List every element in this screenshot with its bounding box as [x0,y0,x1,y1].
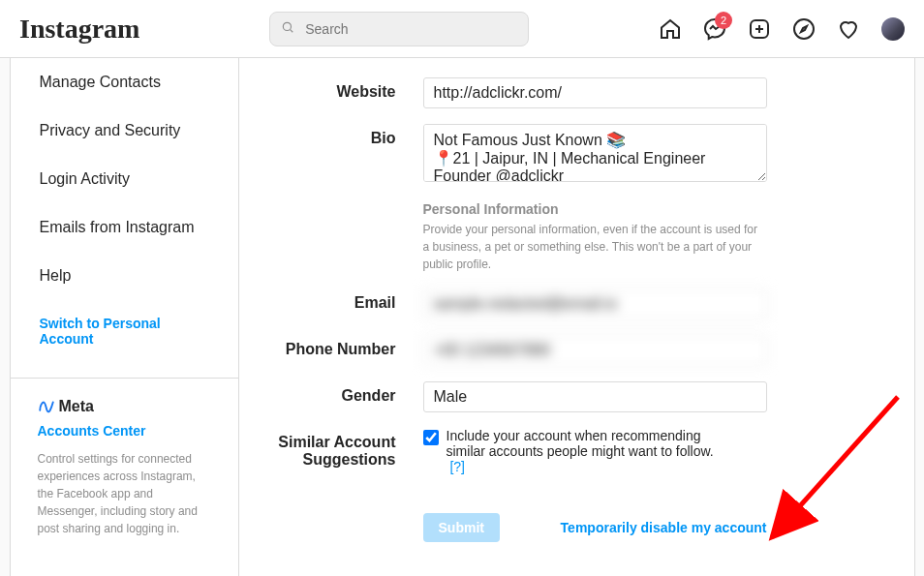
sidebar-item-login-activity[interactable]: Login Activity [11,155,238,203]
nav-icons: 2 [659,17,905,41]
phone-input[interactable] [423,335,767,366]
suggestions-checkbox-label: Include your account when recommending s… [447,428,727,474]
search-wrapper [269,12,529,46]
submit-button[interactable]: Submit [423,513,500,542]
home-icon[interactable] [659,17,682,41]
messenger-badge: 2 [715,12,732,29]
profile-avatar[interactable] [881,17,905,41]
top-navbar: Instagram 2 [0,0,924,58]
meta-brand-text: Meta [59,398,94,415]
sidebar-item-privacy-security[interactable]: Privacy and Security [11,106,238,155]
website-label: Website [278,77,423,108]
phone-label: Phone Number [278,335,423,366]
suggestions-label: Similar Account Suggestions [278,428,423,474]
bio-textarea[interactable] [423,124,767,182]
meta-accounts-box: Meta Accounts Center Control settings fo… [11,378,238,557]
email-input[interactable] [423,288,767,319]
messenger-icon[interactable]: 2 [703,17,726,41]
temporarily-disable-link[interactable]: Temporarily disable my account [561,520,767,535]
settings-sidebar: Manage Contacts Privacy and Security Log… [11,58,239,576]
settings-container: Manage Contacts Privacy and Security Log… [10,58,915,576]
website-input[interactable] [423,77,767,108]
instagram-logo[interactable]: Instagram [19,14,139,45]
search-icon [281,20,294,38]
edit-profile-form: Website Bio Personal Information Provide… [239,58,825,576]
new-post-icon[interactable] [748,17,771,41]
meta-logo: Meta [38,398,211,415]
personal-info-desc: Provide your personal information, even … [423,221,767,273]
explore-icon[interactable] [792,17,816,41]
sidebar-item-manage-contacts[interactable]: Manage Contacts [11,58,238,106]
gender-label: Gender [278,381,423,412]
sidebar-item-help[interactable]: Help [11,252,238,300]
gender-input[interactable] [423,381,767,412]
suggestions-help-link[interactable]: [?] [449,459,465,474]
accounts-center-link[interactable]: Accounts Center [38,423,211,439]
bio-label: Bio [278,124,423,186]
switch-account-link[interactable]: Switch to Personal Account [11,300,238,362]
sidebar-item-emails[interactable]: Emails from Instagram [11,203,238,252]
activity-icon[interactable] [837,17,860,41]
search-input[interactable] [269,12,529,46]
suggestions-checkbox[interactable] [423,430,439,445]
svg-point-0 [284,22,292,30]
personal-info-heading: Personal Information [423,201,767,217]
svg-marker-6 [801,26,807,32]
email-label: Email [278,288,423,319]
meta-description: Control settings for connected experienc… [38,450,211,537]
svg-line-1 [291,29,293,32]
svg-point-5 [794,19,814,39]
suggestions-text: Include your account when recommending s… [447,428,714,459]
